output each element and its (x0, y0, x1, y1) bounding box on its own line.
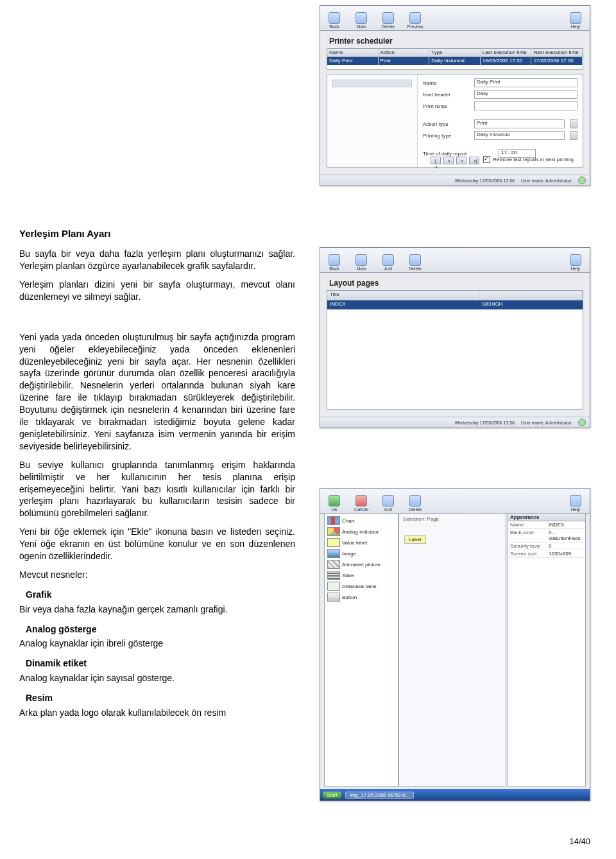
toolbar-back-button[interactable]: Back (324, 12, 345, 29)
toolbar-main-button[interactable]: Main (351, 12, 372, 29)
screenshot-printer-scheduler: Back Main Delete Preview Help Printer sc… (320, 5, 590, 186)
printer-schedule-grid: Name Action Type Last execution time Nex… (327, 48, 583, 70)
col-type: Type (429, 49, 481, 56)
printing-type-select[interactable]: Daily historical (474, 131, 565, 140)
label-icon (327, 538, 340, 547)
col-last-exec: Last execution time (481, 49, 532, 56)
nav-last-button[interactable]: >| (469, 157, 479, 164)
toolbar-preview-button[interactable]: Preview (405, 12, 425, 29)
obj-grafik-desc: Bir veya daha fazla kaynağın gerçek zama… (19, 603, 295, 616)
front-header-input[interactable]: Daily (474, 90, 578, 99)
state-icon (327, 571, 340, 580)
obj-resim-desc: Arka plan yada logo olarak kullanılabile… (19, 707, 295, 719)
checkbox-icon (483, 156, 490, 163)
col-name: Name (327, 49, 379, 56)
action-type-label: Action type (423, 121, 469, 127)
nav-prev-button[interactable]: < (443, 157, 454, 164)
palette-item-chart[interactable]: Chart (326, 516, 397, 526)
status-user: User name: Administrator (521, 178, 572, 183)
toolbar-delete-button[interactable]: Delete (378, 12, 398, 29)
windows-taskbar: Start img_17.05.2006 08:58-0... (320, 789, 590, 801)
toolbar-ok-button[interactable]: Ok (324, 495, 345, 512)
palette-item-value-label[interactable]: Value label (326, 537, 397, 548)
print-notes-label: Print notes (423, 103, 469, 109)
printer-toolbar: Back Main Delete Preview Help (320, 6, 590, 31)
paragraph-editing: Yeni yada yada önceden oluşturulmuş bir … (19, 331, 295, 453)
palette-item-button[interactable]: Button (326, 592, 397, 602)
chevron-down-icon[interactable] (570, 119, 578, 128)
front-header-label: front header (423, 92, 469, 98)
status-datetime: Wednesday 17/05/2006 13:56 (455, 178, 515, 183)
start-button[interactable]: Start (323, 792, 341, 799)
prop-row-security[interactable]: Security level0 (508, 542, 585, 550)
paragraph-intro: Bu sayfa bir veya daha fazla yerleşim pl… (19, 248, 295, 272)
palette-item-image[interactable]: Image (326, 548, 397, 559)
chevron-down-icon[interactable] (570, 131, 578, 140)
palette-item-state[interactable]: State (326, 570, 397, 580)
toolbar-add-button[interactable]: Add (378, 495, 398, 512)
nav-first-button[interactable]: |< (431, 157, 441, 164)
toolbar-delete-button[interactable]: Delete (405, 254, 425, 271)
editor-toolbar: Ok Cancel Add Delete Help (320, 489, 590, 514)
chart-icon (327, 516, 340, 525)
page-number: 14/40 (569, 837, 590, 846)
obj-analog-desc: Analog kaynaklar için ibreli gösterge (19, 638, 295, 650)
taskbar-item[interactable]: img_17.05.2006 08:58-0... (345, 792, 414, 799)
palette-item-analog-indicator[interactable]: Analog indicator (326, 526, 397, 537)
animated-icon (327, 560, 340, 569)
record-navigator: |< < > >| (431, 157, 479, 164)
toolbar-help-button[interactable]: Help (565, 254, 586, 271)
name-input[interactable]: Daily Print (474, 78, 578, 87)
printer-form: Name Daily Print front header Daily Prin… (327, 74, 583, 168)
status-bar: Wednesday 17/05/2006 13:56 User name: Ad… (320, 175, 590, 186)
selection-indicator: Selection: Page (403, 516, 439, 522)
col-title: Title (327, 291, 479, 300)
properties-header: Appearance (508, 514, 585, 521)
toolbar-help-button[interactable]: Help (565, 12, 586, 29)
status-led-icon (578, 419, 586, 426)
status-led-icon (578, 177, 586, 184)
obj-grafik-title: Grafik (26, 589, 295, 601)
toolbar-add-button[interactable]: Add (378, 254, 398, 271)
toolbar-help-button[interactable]: Help (565, 495, 586, 512)
layout-page-row[interactable]: INDEX 0/EHIGH (327, 300, 583, 309)
prop-row-screensize[interactable]: Screen size1030x609 (508, 550, 585, 558)
object-palette: Chart Analog indicator Value label Image… (324, 513, 398, 786)
toolbar-delete-button[interactable]: Delete (405, 495, 425, 512)
paragraph-add-item: Yeni bir öğe eklemek için "Ekle" ikonuna… (19, 526, 295, 562)
prop-row-backcolor[interactable]: Back color0 - vbButtonFace (508, 529, 585, 542)
layout-canvas[interactable]: Selection: Page Label (398, 513, 506, 786)
objects-heading: Mevcut nesneler: (19, 569, 295, 581)
remove-last-reports-check[interactable]: Remove last reports in next printing (483, 156, 574, 163)
action-type-select[interactable]: Print (474, 119, 565, 128)
col-action: Action (379, 49, 430, 56)
paragraph-security: Bu seviye kullanıcı gruplarında tanımlan… (19, 459, 295, 519)
nav-next-button[interactable]: > (456, 157, 466, 164)
schedule-row[interactable]: Daily Print Print Daily historical 16/05… (327, 57, 583, 65)
section-title: Yerleşim Planı Ayarı (19, 227, 295, 240)
layout-pages-grid: Title INDEX 0/EHIGH (327, 290, 583, 410)
palette-item-animated-picture[interactable]: Animated picture (326, 559, 397, 569)
printing-type-label: Printing type (423, 133, 469, 139)
name-label: Name (423, 80, 469, 86)
canvas-label-object[interactable]: Label (404, 535, 426, 544)
prop-row-name[interactable]: NameINDEX (508, 521, 585, 529)
screenshot-layout-pages: Back Main Add Delete Help Layout pages T… (320, 247, 590, 428)
properties-panel: Appearance NameINDEX Back color0 - vbBut… (508, 513, 586, 786)
palette-item-database-table[interactable]: Database table (326, 581, 397, 591)
toolbar-cancel-button[interactable]: Cancel (351, 495, 372, 512)
col-blank (479, 291, 583, 300)
obj-resim-title: Resim (26, 692, 295, 704)
image-icon (327, 549, 340, 558)
print-notes-input[interactable] (474, 101, 578, 110)
status-bar: Wednesday 17/05/2006 13:56 User name: Ad… (320, 417, 590, 428)
toolbar-main-button[interactable]: Main (351, 254, 372, 271)
table-icon (327, 582, 340, 591)
printer-scheduler-title: Printer scheduler (329, 37, 393, 46)
toolbar-back-button[interactable]: Back (324, 254, 345, 271)
button-icon (327, 593, 340, 602)
obj-dinamik-title: Dinamik etiket (26, 657, 295, 670)
col-next-exec: Next execution time (531, 49, 583, 56)
obj-dinamik-desc: Analog kaynaklar için sayısal gösterge. (19, 672, 295, 684)
status-datetime: Wednesday 17/05/2006 13:56 (455, 421, 515, 425)
